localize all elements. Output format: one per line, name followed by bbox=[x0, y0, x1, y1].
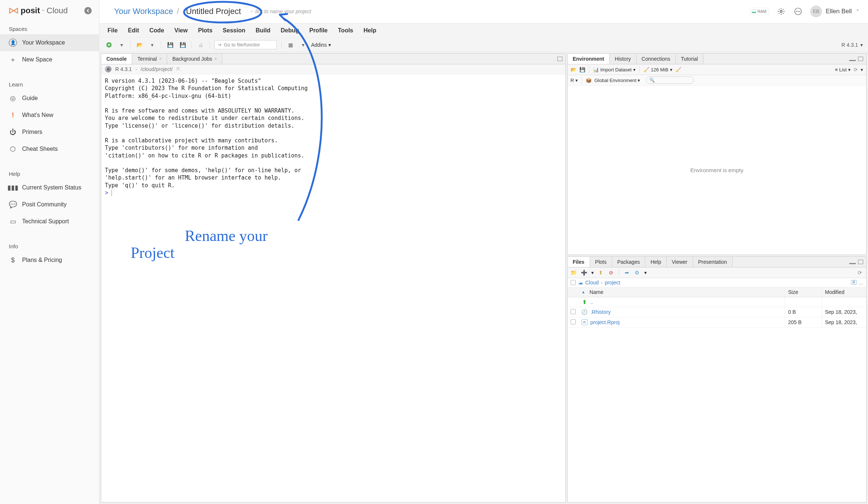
collapse-sidebar-button[interactable] bbox=[84, 7, 92, 14]
load-env-icon[interactable]: 📂 bbox=[571, 67, 576, 72]
r-version-label: R 4.3.1 bbox=[115, 66, 132, 72]
toolbar: ▾ 📂 ▾ 💾 💾 🖨 ➜ Go to file/functior ▦ ▾ Ad… bbox=[99, 38, 868, 52]
open-file-button[interactable]: 📂 bbox=[135, 41, 144, 49]
menu-file[interactable]: File bbox=[107, 27, 118, 34]
maximize-pane-icon[interactable] bbox=[858, 57, 863, 61]
tab-console[interactable]: Console bbox=[101, 54, 132, 64]
tab-bgjobs[interactable]: Background Jobs × bbox=[167, 54, 222, 64]
addins-button[interactable]: Addins ▾ bbox=[311, 42, 331, 48]
tab-connections[interactable]: Connections bbox=[636, 54, 676, 64]
menu-build[interactable]: Build bbox=[255, 27, 270, 34]
tab-packages[interactable]: Packages bbox=[612, 257, 645, 267]
rename-icon[interactable]: ➡ bbox=[624, 269, 630, 276]
logo: posit™ Cloud bbox=[9, 6, 68, 15]
new-file-dropdown[interactable]: ▾ bbox=[117, 41, 126, 49]
crumb-project[interactable]: project bbox=[605, 280, 620, 285]
new-folder-icon[interactable]: 📁 bbox=[571, 269, 577, 276]
sidebar-item-newspace[interactable]: ＋ New Space bbox=[0, 51, 99, 68]
gear-icon[interactable] bbox=[776, 7, 786, 16]
broom-icon[interactable]: 🧹 bbox=[675, 67, 681, 72]
tab-presentation[interactable]: Presentation bbox=[693, 257, 733, 267]
tab-files[interactable]: Files bbox=[568, 257, 590, 267]
tab-help[interactable]: Help bbox=[645, 257, 667, 267]
minimize-pane-icon[interactable] bbox=[849, 260, 856, 264]
rproj-icon[interactable]: R bbox=[851, 280, 857, 285]
menu-profile[interactable]: Profile bbox=[309, 27, 328, 34]
console-output[interactable]: R version 4.3.1 (2023-06-16) -- "Beagle … bbox=[101, 74, 565, 502]
more-gear-icon[interactable]: ⚙ bbox=[634, 269, 641, 276]
menu-session[interactable]: Session bbox=[223, 27, 245, 34]
tab-terminal[interactable]: Terminal × bbox=[132, 54, 167, 64]
file-row[interactable]: 🕘.Rhistory 0 B Sep 18, 2023, bbox=[568, 307, 866, 317]
global-env-button[interactable]: Global Environment ▾ bbox=[594, 78, 641, 83]
sidebar-item-support[interactable]: ▭ Technical Support bbox=[0, 213, 99, 230]
new-file-icon[interactable]: ➕ bbox=[581, 269, 588, 276]
sidebar-item-plans[interactable]: $ Plans & Pricing bbox=[0, 252, 99, 269]
sidebar-item-cheatsheets[interactable]: ⬡ Cheat Sheets bbox=[0, 141, 99, 157]
sidebar-item-workspace[interactable]: 👤 Your Workspace bbox=[0, 34, 99, 51]
menu-debug[interactable]: Debug bbox=[280, 27, 299, 34]
row-checkbox[interactable] bbox=[571, 319, 576, 324]
select-all-checkbox[interactable] bbox=[571, 280, 576, 285]
sidebar-item-primers[interactable]: ⏻ Primers bbox=[0, 124, 99, 141]
menu-help[interactable]: Help bbox=[364, 27, 377, 34]
new-file-button[interactable] bbox=[105, 41, 113, 49]
tab-tutorial[interactable]: Tutorial bbox=[676, 54, 703, 64]
menu-view[interactable]: View bbox=[174, 27, 188, 34]
crumb-cloud[interactable]: Cloud bbox=[585, 280, 599, 285]
memory-indicator[interactable]: 🧹 126 MiB ▾ bbox=[643, 67, 673, 72]
file-row-up[interactable]: ⬆.. bbox=[568, 297, 866, 307]
file-row[interactable]: Rproject.Rproj 205 B Sep 18, 2023, bbox=[568, 317, 866, 328]
more-icon[interactable]: ... bbox=[859, 280, 863, 285]
r-version-selector[interactable]: R 4.3.1 bbox=[841, 42, 858, 48]
grid-button[interactable]: ▦ bbox=[286, 41, 295, 49]
refresh-icon[interactable]: ⟳ bbox=[854, 67, 858, 72]
col-modified[interactable]: Modified bbox=[822, 287, 866, 297]
menu-code[interactable]: Code bbox=[149, 27, 164, 34]
open-dropdown[interactable]: ▾ bbox=[148, 41, 156, 49]
grid-dropdown[interactable]: ▾ bbox=[299, 41, 307, 49]
svg-point-0 bbox=[780, 10, 782, 13]
minimize-pane-icon[interactable] bbox=[557, 57, 562, 61]
exclaim-icon: ! bbox=[9, 111, 17, 119]
sidebar-item-status[interactable]: ▮▮▮ Current System Status bbox=[0, 179, 99, 196]
sidebar-item-guide[interactable]: ◎ Guide bbox=[0, 90, 99, 107]
save-all-button[interactable]: 💾 bbox=[178, 41, 187, 49]
user-menu[interactable]: EB Ellen Bell ⌃ bbox=[810, 6, 860, 17]
save-env-icon[interactable]: 💾 bbox=[579, 67, 585, 72]
refresh-icon[interactable]: ⟳ bbox=[857, 269, 863, 276]
power-icon: ⏻ bbox=[9, 128, 17, 136]
tab-plots-pane[interactable]: Plots bbox=[590, 257, 612, 267]
col-name[interactable]: ▲Name bbox=[579, 287, 785, 297]
tab-viewer[interactable]: Viewer bbox=[667, 257, 693, 267]
goto-file-input[interactable]: ➜ Go to file/functior bbox=[214, 40, 277, 49]
close-icon[interactable]: × bbox=[159, 56, 162, 61]
sidebar-item-community[interactable]: 💬 Posit Community bbox=[0, 196, 99, 213]
list-view-button[interactable]: ≡ List ▾ bbox=[835, 67, 851, 72]
close-icon[interactable]: × bbox=[214, 56, 217, 61]
r-scope-button[interactable]: R ▾ bbox=[571, 78, 578, 83]
tab-environment[interactable]: Environment bbox=[568, 54, 610, 64]
maximize-pane-icon[interactable] bbox=[858, 260, 863, 264]
row-checkbox[interactable] bbox=[571, 309, 576, 314]
col-size[interactable]: Size bbox=[785, 287, 822, 297]
ram-badge[interactable]: RAM bbox=[749, 8, 769, 15]
import-dataset-button[interactable]: 📊 Import Dataset ▾ bbox=[593, 67, 636, 72]
upload-icon[interactable]: ⬆ bbox=[597, 269, 604, 276]
popout-icon[interactable]: ⇱ bbox=[176, 66, 181, 72]
delete-icon[interactable]: ⊘ bbox=[608, 269, 614, 276]
menu-tools[interactable]: Tools bbox=[338, 27, 353, 34]
menu-plots[interactable]: Plots bbox=[198, 27, 212, 34]
env-search-input[interactable]: 🔍 bbox=[646, 77, 694, 84]
save-button[interactable]: 💾 bbox=[166, 41, 174, 49]
more-icon[interactable] bbox=[793, 7, 803, 16]
print-button[interactable]: 🖨 bbox=[196, 41, 205, 49]
sidebar-item-whatsnew[interactable]: ! What's New bbox=[0, 107, 99, 124]
tab-history[interactable]: History bbox=[610, 54, 636, 64]
menu-edit[interactable]: Edit bbox=[128, 27, 139, 34]
cloud-icon: ☁ bbox=[578, 280, 583, 285]
chevron-down-icon[interactable]: ▾ bbox=[860, 42, 863, 48]
project-title-input[interactable]: Untitled Project bbox=[183, 6, 244, 17]
minimize-pane-icon[interactable] bbox=[849, 57, 856, 61]
breadcrumb-workspace[interactable]: Your Workspace bbox=[114, 7, 173, 16]
